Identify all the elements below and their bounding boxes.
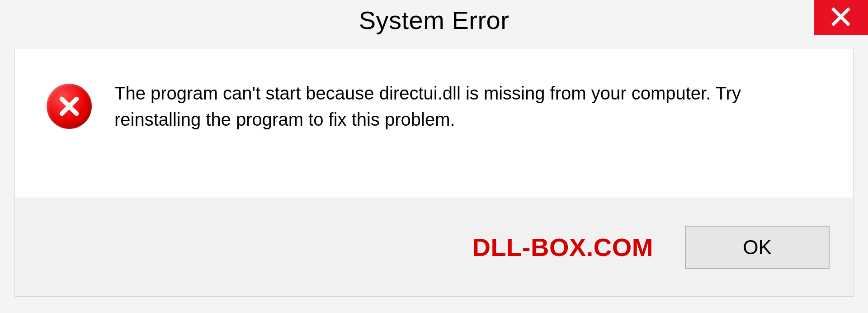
dialog-content: The program can't start because directui…	[14, 48, 854, 198]
dialog-footer: DLL-BOX.COM OK	[14, 198, 854, 297]
close-icon	[830, 6, 852, 29]
dialog-title: System Error	[359, 5, 509, 35]
titlebar: System Error	[0, 0, 868, 43]
error-icon	[47, 84, 92, 129]
ok-button[interactable]: OK	[685, 226, 830, 269]
close-button[interactable]	[814, 0, 868, 35]
watermark-text: DLL-BOX.COM	[472, 232, 653, 262]
error-message: The program can't start because directui…	[114, 80, 815, 133]
